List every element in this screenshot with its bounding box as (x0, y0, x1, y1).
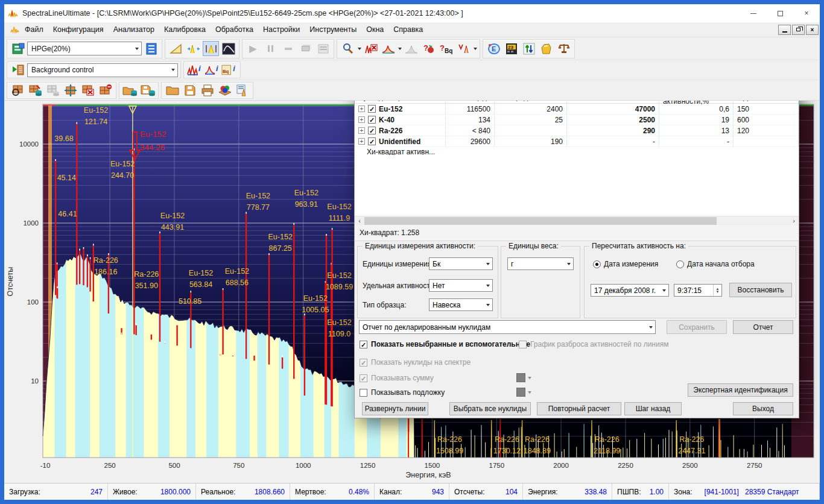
spectrum-info-icon[interactable]: i (186, 63, 203, 77)
peak-fit-icon[interactable] (203, 41, 219, 56)
select-all-nuclides-button[interactable]: Выбрать все нуклиды (449, 402, 531, 415)
activity-question-icon[interactable]: ?Bq (438, 41, 454, 56)
table-row-Eu-152[interactable]: +✓Eu-1521165002400470000,6150 (355, 104, 799, 115)
check-show-background[interactable]: Показывать подложку (360, 388, 445, 397)
peak-dropdown-icon[interactable] (398, 48, 402, 50)
check-show-unselected[interactable]: ✓Показать невыбранные и вспомогательные (360, 340, 530, 348)
menu-item-7[interactable]: Инструменты (305, 24, 361, 36)
minimize-button[interactable] (740, 4, 767, 22)
mdi-close-button[interactable]: × (806, 25, 819, 35)
column-header-3[interactable]: Неопределенность (495, 101, 567, 103)
delete-peaks-icon[interactable] (363, 41, 379, 56)
column-header-6[interactable]: МДА,Бк (734, 101, 799, 103)
menu-item-6[interactable]: Настройки (258, 24, 305, 36)
column-header-1[interactable]: Нуклид/Энергия (355, 101, 446, 103)
scales-icon[interactable] (556, 41, 572, 56)
peak-search-icon[interactable] (185, 41, 201, 56)
scroll-right-icon[interactable]: › (789, 216, 799, 225)
print-icon[interactable] (199, 83, 215, 97)
recalculate-button[interactable]: Повторный расчет (537, 402, 621, 415)
sort-updown-icon[interactable] (521, 41, 537, 56)
zone-delete-icon[interactable] (80, 83, 96, 97)
zone-refresh-icon[interactable] (10, 83, 26, 97)
row-checkbox[interactable]: ✓ (368, 116, 376, 124)
radio-sampling-date[interactable]: Дата начала отбора (676, 260, 755, 268)
column-header-2[interactable]: Площадь (446, 101, 495, 103)
row-checkbox[interactable]: ✓ (368, 137, 376, 145)
background-color-swatch[interactable] (516, 388, 531, 397)
table-row-K-40[interactable]: +✓K-4013425250019600 (355, 115, 799, 125)
nuclide-table[interactable]: Нуклид/ЭнергияПлощадьНеопределенностьАкт… (355, 101, 799, 216)
table-row-Unidentified[interactable]: +✓Unidentified29600190-- (355, 136, 799, 147)
calibration-icon[interactable] (168, 41, 184, 56)
efficiency-curve-icon[interactable] (220, 41, 236, 56)
expander-icon[interactable]: + (358, 116, 365, 123)
clear-spectrum-icon[interactable] (297, 41, 314, 56)
run-task-icon[interactable] (10, 63, 26, 77)
scrollbar-thumb[interactable] (364, 217, 717, 225)
table-hscrollbar[interactable]: ‹ › (355, 216, 799, 225)
hand-tools-icon[interactable] (538, 41, 554, 56)
exit-button[interactable]: Выход (733, 402, 793, 415)
acquisition-settings-icon[interactable] (315, 41, 331, 56)
table-row-Ra-226[interactable]: +✓Ra-226< 84029013120 (355, 125, 799, 136)
zoom-dropdown-icon[interactable] (358, 48, 361, 50)
expander-icon[interactable]: + (358, 138, 365, 145)
identify-nuclide-icon[interactable]: ? (420, 41, 437, 56)
menu-item-4[interactable]: Калибровка (159, 24, 211, 36)
lines-activity-icon[interactable] (455, 41, 472, 56)
sample-type-combo[interactable]: Навеска (429, 298, 493, 311)
expand-lines-button[interactable]: Развернуть линии (362, 402, 428, 415)
radio-measure-date[interactable]: Дата измерения (593, 260, 658, 268)
detector-list-icon[interactable] (143, 41, 159, 56)
menu-item-2[interactable]: Конфигурация (48, 24, 109, 36)
expander-icon[interactable]: + (358, 127, 365, 134)
activity-info-icon[interactable]: Bqi (221, 63, 238, 77)
peak-info-icon[interactable]: i (204, 63, 220, 77)
report-icon[interactable] (234, 83, 250, 97)
menu-item-1[interactable]: Файл (20, 24, 48, 36)
open-db-icon[interactable] (122, 83, 138, 97)
specific-activity-combo[interactable]: Нет (429, 279, 493, 292)
stop-icon[interactable] (280, 41, 296, 56)
detector-config-icon[interactable] (10, 41, 26, 56)
menu-item-9[interactable]: Справка (388, 24, 428, 36)
channel-calculator-icon[interactable]: 23 (503, 41, 519, 56)
spectrum-chart-area[interactable]: Eu-152344.26Eu-152121.7439.6845.1446.41E… (4, 101, 820, 483)
start-icon[interactable]: ▶ (245, 41, 261, 56)
pause-icon[interactable] (262, 41, 279, 56)
open-file-icon[interactable] (164, 83, 180, 97)
report-type-combo[interactable]: Отчет по декларированным нуклидам (359, 320, 656, 334)
single-peak-icon[interactable] (380, 41, 396, 56)
menu-item-8[interactable]: Окна (361, 24, 388, 36)
zoom-icon[interactable] (340, 41, 356, 56)
report-button[interactable]: Отчет (733, 320, 793, 334)
restore-button[interactable]: Восстановить (729, 283, 792, 297)
column-header-4[interactable]: Активность,Бк▼ (567, 101, 659, 103)
maximize-button[interactable] (767, 4, 793, 22)
unit-combo[interactable]: Бк (429, 257, 493, 270)
date-picker[interactable]: 17 декабря 2008 г. (591, 284, 669, 297)
column-header-5[interactable]: Неопр. активности,% (659, 101, 734, 103)
lines-dropdown-icon[interactable] (474, 48, 477, 50)
mdi-minimize-button[interactable] (778, 25, 791, 35)
save-file-icon[interactable] (182, 83, 198, 97)
weight-unit-combo[interactable]: г (507, 257, 574, 270)
expander-icon[interactable]: + (358, 106, 365, 112)
close-button[interactable]: × (793, 4, 820, 22)
detector-combo[interactable]: HPGe(20%) (27, 42, 142, 55)
zone-remove-icon[interactable] (97, 83, 113, 97)
zone-expand-icon[interactable] (62, 83, 78, 97)
mdi-restore-button[interactable] (792, 25, 805, 35)
row-checkbox[interactable]: ✓ (368, 105, 376, 113)
sum-color-swatch[interactable] (516, 373, 531, 382)
menu-item-5[interactable]: Обработка (211, 24, 258, 36)
energy-calibration-icon[interactable]: E (486, 41, 502, 56)
nuclide-library-icon[interactable] (217, 83, 233, 97)
zone-save-db-icon[interactable] (27, 83, 43, 97)
step-back-button[interactable]: Шаг назад (624, 402, 682, 415)
expert-identification-button[interactable]: Экспертная идентификация (688, 383, 793, 397)
task-combo[interactable]: Background control (27, 63, 178, 77)
save-db-icon[interactable] (139, 83, 156, 97)
scroll-left-icon[interactable]: ‹ (355, 216, 364, 225)
